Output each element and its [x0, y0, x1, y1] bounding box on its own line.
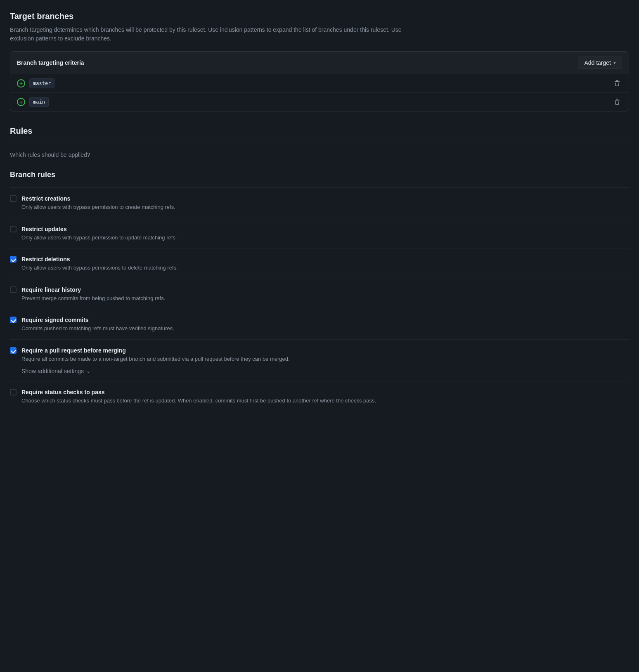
rule-checkbox-require-signed-commits[interactable]	[10, 317, 17, 323]
rule-content-require-status-checks: Require status checks to pass Choose whi…	[21, 388, 629, 405]
show-additional-label: Show additional settings	[21, 368, 84, 374]
rule-item-restrict-creations: Restrict creations Only allow users with…	[10, 187, 629, 218]
rule-label-restrict-updates[interactable]: Restrict updates	[21, 226, 67, 232]
branch-master-include-icon: +	[17, 79, 25, 88]
target-branches-section: Target branches Branch targeting determi…	[10, 10, 629, 111]
show-additional-settings-button[interactable]: Show additional settings ⌄	[21, 368, 90, 374]
rule-desc-restrict-deletions: Only allow users with bypass permissions…	[21, 264, 629, 272]
branch-master-row: + master	[10, 74, 629, 93]
rule-content-require-pull-request: Require a pull request before merging Re…	[21, 346, 629, 375]
add-target-chevron-icon: ▾	[613, 60, 616, 66]
rules-divider	[10, 144, 629, 144]
rule-content-require-linear-history: Require linear history Prevent merge com…	[21, 286, 629, 303]
rule-desc-require-pull-request: Require all commits be made to a non-tar…	[21, 355, 629, 363]
rule-desc-require-signed-commits: Commits pushed to matching refs must hav…	[21, 324, 629, 333]
trash-icon	[614, 80, 620, 87]
rule-checkbox-require-pull-request[interactable]	[10, 347, 17, 354]
branch-rules-title: Branch rules	[10, 169, 629, 180]
targeting-criteria-label: Branch targeting criteria	[17, 59, 84, 67]
branch-main-delete-button[interactable]	[612, 97, 622, 107]
targeting-header: Branch targeting criteria Add target ▾	[10, 52, 629, 74]
rule-item-restrict-updates: Restrict updates Only allow users with b…	[10, 218, 629, 248]
rules-subtitle: Which rules should be applied?	[10, 151, 629, 159]
target-branches-description: Branch targeting determines which branch…	[10, 26, 423, 43]
rule-item-require-signed-commits: Require signed commits Commits pushed to…	[10, 309, 629, 339]
add-target-button[interactable]: Add target ▾	[578, 57, 622, 69]
rule-label-require-signed-commits[interactable]: Require signed commits	[21, 317, 89, 323]
branch-master-left: + master	[17, 78, 54, 88]
trash-icon	[614, 99, 620, 105]
chevron-down-icon: ⌄	[86, 368, 90, 374]
rule-content-restrict-creations: Restrict creations Only allow users with…	[21, 194, 629, 211]
rule-checkbox-require-status-checks[interactable]	[10, 389, 17, 395]
rule-content-require-signed-commits: Require signed commits Commits pushed to…	[21, 316, 629, 333]
rule-checkbox-restrict-creations[interactable]	[10, 195, 17, 202]
targeting-box: Branch targeting criteria Add target ▾ +…	[10, 51, 629, 111]
rule-label-require-linear-history[interactable]: Require linear history	[21, 286, 81, 293]
rule-content-restrict-updates: Restrict updates Only allow users with b…	[21, 225, 629, 242]
branch-main-include-icon: +	[17, 98, 25, 106]
rule-checkbox-require-linear-history[interactable]	[10, 286, 17, 293]
rule-label-restrict-deletions[interactable]: Restrict deletions	[21, 256, 70, 263]
rules-title: Rules	[10, 125, 629, 137]
rule-label-require-status-checks[interactable]: Require status checks to pass	[21, 389, 105, 395]
target-branches-title: Target branches	[10, 10, 629, 22]
branch-master-delete-button[interactable]	[612, 78, 622, 88]
branch-main-left: + main	[17, 97, 49, 107]
rule-label-restrict-creations[interactable]: Restrict creations	[21, 195, 70, 202]
rule-checkbox-restrict-deletions[interactable]	[10, 256, 17, 263]
rules-section: Rules Which rules should be applied? Bra…	[10, 125, 629, 412]
add-target-label: Add target	[584, 59, 611, 66]
rule-item-require-pull-request: Require a pull request before merging Re…	[10, 339, 629, 381]
branch-main-row: + main	[10, 93, 629, 111]
branch-main-tag: main	[29, 97, 49, 107]
rule-desc-restrict-creations: Only allow users with bypass permission …	[21, 203, 629, 211]
rule-content-restrict-deletions: Restrict deletions Only allow users with…	[21, 255, 629, 272]
rule-item-require-status-checks: Require status checks to pass Choose whi…	[10, 381, 629, 412]
branch-master-tag: master	[29, 78, 54, 88]
rule-item-restrict-deletions: Restrict deletions Only allow users with…	[10, 248, 629, 279]
rule-desc-require-linear-history: Prevent merge commits from being pushed …	[21, 294, 629, 303]
rule-item-require-linear-history: Require linear history Prevent merge com…	[10, 279, 629, 309]
rule-checkbox-restrict-updates[interactable]	[10, 226, 17, 232]
rule-label-require-pull-request[interactable]: Require a pull request before merging	[21, 347, 126, 354]
rule-desc-require-status-checks: Choose which status checks must pass bef…	[21, 397, 629, 405]
rule-desc-restrict-updates: Only allow users with bypass permission …	[21, 234, 629, 242]
